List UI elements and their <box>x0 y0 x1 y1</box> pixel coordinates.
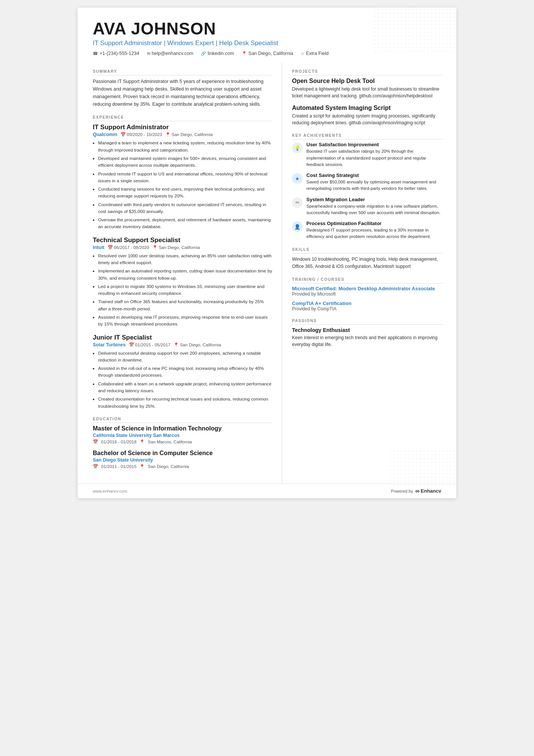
bullet: Delivered successful desktop support for… <box>98 350 273 364</box>
exp-dates-1: 📅 06/2017 - 08/2020 <box>108 245 149 250</box>
exp-location-2: 📍 San Diego, California <box>173 342 221 347</box>
achievement-desc-1: Saved over $50,000 annually by optimizin… <box>306 179 443 192</box>
training-title-1: CompTIA A+ Certification <box>292 301 443 306</box>
edu-pin-icon-0: 📍 <box>139 439 145 445</box>
exp-location-0: 📍 San Diego, California <box>165 132 213 137</box>
passions-label: PASSIONS <box>292 318 443 325</box>
experience-label: EXPERIENCE <box>93 115 273 121</box>
calendar-icon-0: 📅 <box>120 132 126 137</box>
pin-icon-2: 📍 <box>173 342 179 347</box>
edu-school-1: San Diego State University <box>93 457 273 463</box>
achievements-label: KEY ACHIEVEMENTS <box>292 133 443 139</box>
achievement-2: ✂ System Migration Leader Spearheaded a … <box>292 197 443 216</box>
exp-meta-2: Solar Turbines 📅 01/2015 - 05/2017 📍 San… <box>93 342 273 347</box>
training-title-0: Microsoft Certified: Modern Desktop Admi… <box>292 286 443 291</box>
bullet: Provided remote IT support to US and int… <box>98 171 273 185</box>
project-desc-0: Developed a lightweight help desk tool f… <box>292 86 443 99</box>
achievement-desc-2: Spearheaded a company-wide migration to … <box>306 203 443 216</box>
bullet: Conducted training sessions for end user… <box>98 186 273 200</box>
bullet: Resolved over 1000 user desktop issues, … <box>98 252 273 266</box>
project-title-0: Open Source Help Desk Tool <box>292 78 443 85</box>
exp-title-0: IT Support Administrator <box>93 124 273 131</box>
bullet: Assisted in developing new IT processes,… <box>98 314 273 328</box>
achievement-0: 💡 User Satisfaction Improvement Boosted … <box>292 142 443 168</box>
education-label: EDUCATION <box>93 416 273 423</box>
bullet: Created documentation for recurring tech… <box>98 396 273 410</box>
email-icon: ✉ <box>147 51 150 56</box>
header: AVA JOHNSON IT Support Administrator | W… <box>78 8 456 62</box>
achievement-icon-3: 👤 <box>292 221 303 232</box>
exp-location-1: 📍 San Diego, California <box>152 245 200 250</box>
projects-label: PROJECTS <box>292 69 443 75</box>
contact-bar: ☎ +1-(234)-555-1234 ✉ help@enhancv.com 🔗… <box>93 51 441 56</box>
edu-school-0: California State University San Marcos <box>93 433 273 438</box>
bullet: Coordinated with third-party vendors to … <box>98 201 273 215</box>
footer-brand: Powered by ∞ Enhancv <box>391 488 441 495</box>
exp-item-2: Junior IT Specialist Solar Turbines 📅 01… <box>93 334 273 410</box>
contact-linkedin: 🔗 linkedin.com <box>201 51 234 56</box>
achievement-title-2: System Migration Leader <box>306 197 443 202</box>
right-column: PROJECTS Open Source Help Desk Tool Deve… <box>282 62 456 483</box>
bullet: Led a project to migrate 300 systems to … <box>98 283 273 297</box>
achievement-content-1: Cost Saving Strategist Saved over $50,00… <box>306 172 443 192</box>
bullet: Implemented an automated reporting syste… <box>98 268 273 282</box>
bullet: Oversaw the procurement, deployment, and… <box>98 216 273 230</box>
bullet: Assisted in the roll-out of a new PC ima… <box>98 365 273 379</box>
location-icon: 📍 <box>242 51 247 56</box>
contact-phone: ☎ +1-(234)-555-1234 <box>93 51 139 56</box>
phone-text: +1-(234)-555-1234 <box>100 51 139 56</box>
resume-page: AVA JOHNSON IT Support Administrator | W… <box>78 8 456 498</box>
achievement-desc-0: Boosted IT user satisfaction ratings by … <box>306 148 443 168</box>
exp-bullets-1: Resolved over 1000 user desktop issues, … <box>93 252 273 328</box>
pin-icon-1: 📍 <box>152 245 158 250</box>
bullet: Collaborated with a team on a network up… <box>98 380 273 394</box>
exp-dates-2: 📅 01/2015 - 05/2017 <box>129 342 170 347</box>
achievement-icon-1: ★ <box>292 173 303 184</box>
edu-cal-icon-0: 📅 <box>93 439 98 445</box>
edu-item-1: Bachelor of Science in Computer Science … <box>93 450 273 469</box>
achievement-content-0: User Satisfaction Improvement Boosted IT… <box>306 142 443 168</box>
exp-company-0: Qualcomm <box>93 132 117 137</box>
bullet: Developed and maintained system images f… <box>98 155 273 169</box>
edu-meta-0: 📅 01/2016 - 01/2018 📍 San Marcos, Califo… <box>93 439 273 445</box>
training-provider-0: Provided by Microsoft <box>292 291 443 297</box>
footer-website: www.enhancv.com <box>93 489 127 493</box>
skills-label: SKILLS <box>292 247 443 254</box>
project-item-0: Open Source Help Desk Tool Developed a l… <box>292 78 443 99</box>
achievement-1: ★ Cost Saving Strategist Saved over $50,… <box>292 172 443 192</box>
skills-text: Windows 10 troubleshooting, PC imaging t… <box>292 256 443 270</box>
pin-icon-0: 📍 <box>165 132 170 137</box>
contact-location: 📍 San Diego, California <box>242 51 293 56</box>
exp-meta-0: Qualcomm 📅 09/2020 - 10/2023 📍 San Diego… <box>93 132 273 137</box>
achievement-3: 👤 Process Optimization Facilitator Redes… <box>292 221 443 240</box>
footer: www.enhancv.com Powered by ∞ Enhancv <box>78 484 456 498</box>
project-desc-1: Created a script for automating system i… <box>292 113 443 126</box>
calendar-icon-1: 📅 <box>108 245 113 250</box>
contact-extra: ☆ Extra Field <box>301 51 329 56</box>
achievement-content-3: Process Optimization Facilitator Redesig… <box>306 221 443 240</box>
bullet: Trained staff on Office 365 features and… <box>98 298 273 312</box>
achievement-desc-3: Redesigned IT support processes, leading… <box>306 227 443 240</box>
edu-cal-icon-1: 📅 <box>93 464 98 469</box>
left-column: SUMMARY Passionate IT Support Administra… <box>78 62 282 483</box>
achievement-title-3: Process Optimization Facilitator <box>306 221 443 226</box>
edu-meta-1: 📅 01/2011 - 01/2015 📍 San Diego, Califor… <box>93 464 273 469</box>
contact-email: ✉ help@enhancv.com <box>147 51 194 56</box>
achievement-title-1: Cost Saving Strategist <box>306 172 443 178</box>
exp-title-1: Technical Support Specialist <box>93 236 273 244</box>
linkedin-text: linkedin.com <box>208 51 234 56</box>
location-text: San Diego, California <box>248 51 293 56</box>
summary-text: Passionate IT Support Administrator with… <box>93 78 273 108</box>
linkedin-icon: 🔗 <box>201 51 206 56</box>
project-title-1: Automated System Imaging Script <box>292 105 443 111</box>
candidate-name: AVA JOHNSON <box>93 20 441 38</box>
passion-desc-0: Keen interest in emerging tech trends an… <box>292 334 443 348</box>
achievement-content-2: System Migration Leader Spearheaded a co… <box>306 197 443 216</box>
training-item-1: CompTIA A+ Certification Provided by Com… <box>292 301 443 311</box>
star-icon: ☆ <box>301 51 304 56</box>
training-label: TRAINING / COURSES <box>292 277 443 283</box>
exp-item-1: Technical Support Specialist Intuit 📅 06… <box>93 236 273 328</box>
exp-bullets-0: Managed a team to implement a new ticket… <box>93 139 273 230</box>
edu-degree-1: Bachelor of Science in Computer Science <box>93 450 273 457</box>
exp-company-1: Intuit <box>93 245 105 250</box>
